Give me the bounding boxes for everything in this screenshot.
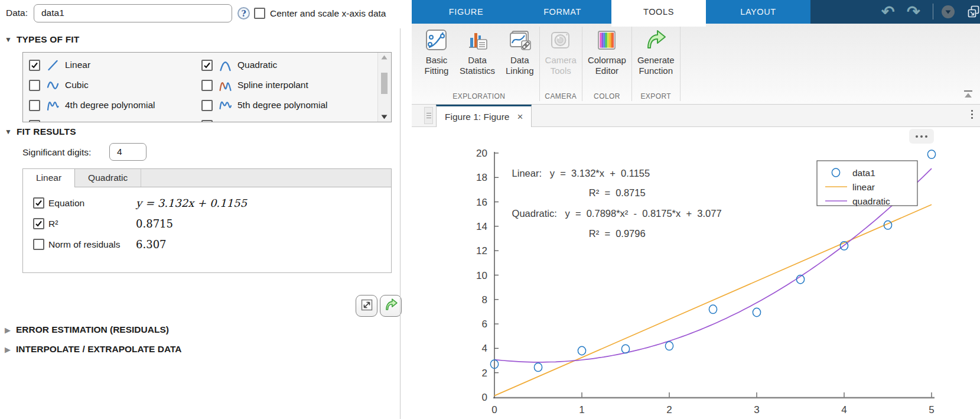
basic-fitting-button[interactable]: BasicFitting bbox=[419, 27, 454, 76]
results-tab-linear[interactable]: Linear bbox=[23, 169, 75, 187]
result-value: y = 3.132x + 0.1155 bbox=[136, 197, 247, 209]
data1-data-point[interactable] bbox=[753, 308, 760, 316]
dataset-dropdown[interactable]: data1 bbox=[34, 4, 232, 22]
data1-data-point[interactable] bbox=[927, 150, 935, 158]
data-statistics-button[interactable]: DataStatistics bbox=[454, 27, 500, 76]
fit-type-checkbox-quadratic[interactable] bbox=[201, 60, 213, 71]
result-row-r: R²0.8715 bbox=[23, 213, 391, 234]
fit-type-checkbox-5th-degree-polynomial[interactable] bbox=[201, 100, 213, 111]
ribbon-group-caption: CAMERA bbox=[540, 92, 582, 104]
center-scale-label: Center and scale x-axis data bbox=[270, 8, 386, 19]
fit-type-checkbox-partial[interactable] bbox=[29, 120, 40, 123]
expand-results-button[interactable] bbox=[356, 295, 377, 317]
ribbon-button-label: GenerateFunction bbox=[637, 55, 675, 76]
section-header-error-estimation-residuals[interactable]: ▶ERROR ESTIMATION (RESIDUALS) bbox=[5, 324, 169, 335]
fit-type-checkbox-4th-degree-polynomial[interactable] bbox=[29, 100, 40, 111]
scroll-down-icon[interactable] bbox=[381, 115, 388, 119]
result-label: Equation bbox=[48, 198, 136, 209]
dataset-dropdown-value: data1 bbox=[41, 8, 64, 18]
colormap-editor-button[interactable]: ColormapEditor bbox=[582, 27, 631, 76]
fit-type-linear[interactable]: Linear bbox=[29, 55, 201, 75]
undock-icon[interactable] bbox=[966, 4, 980, 20]
data1-data-point[interactable] bbox=[621, 345, 629, 353]
ribbon-tab-layout[interactable]: LAYOUT bbox=[706, 0, 810, 24]
fit-results-panel: LinearQuadratic Equationy = 3.132x + 0.1… bbox=[22, 168, 392, 273]
fit-type-partial[interactable] bbox=[29, 115, 201, 122]
data1-data-point[interactable] bbox=[709, 305, 717, 313]
legend-label-quadratic: quadratic bbox=[852, 196, 890, 206]
fit-type-label: Linear bbox=[65, 60, 90, 70]
types-of-fit-header[interactable]: ▼ TYPES OF FIT bbox=[5, 34, 80, 45]
fit-type-checkbox-linear[interactable] bbox=[29, 60, 40, 71]
fit-type-label: 4th degree polynomial bbox=[65, 100, 155, 111]
panel-handle-icon[interactable] bbox=[424, 107, 433, 124]
fit-annotation: R² = 0.9796 bbox=[589, 228, 646, 239]
data-statistics-icon bbox=[465, 27, 490, 54]
fit-results-title: FIT RESULTS bbox=[17, 126, 76, 137]
colormap-editor-icon bbox=[594, 27, 619, 54]
data-linking-button[interactable]: DataLinking bbox=[500, 27, 539, 76]
fit-type-checkbox-cubic[interactable] bbox=[29, 80, 40, 91]
fit-results-tabs: LinearQuadratic bbox=[23, 169, 391, 187]
linear-fit-line[interactable] bbox=[494, 204, 932, 395]
result-checkbox-norm-of-residuals[interactable] bbox=[33, 239, 44, 250]
x-tick-label: 1 bbox=[579, 404, 584, 415]
data1-data-point[interactable] bbox=[578, 346, 585, 355]
section-header-interpolate-extrapolate-data[interactable]: ▶INTERPOLATE / EXTRAPOLATE DATA bbox=[5, 344, 181, 355]
x-tick-label: 4 bbox=[841, 404, 846, 415]
ribbon-tab-tools[interactable]: TOOLS bbox=[611, 0, 706, 27]
legend-label-data1: data1 bbox=[852, 168, 875, 178]
data1-data-point[interactable] bbox=[665, 342, 673, 350]
export-results-button[interactable] bbox=[380, 295, 402, 317]
ribbon-tab-format[interactable]: FORMAT bbox=[513, 0, 611, 24]
undo-icon[interactable]: ↶ bbox=[881, 2, 895, 22]
figure-tab[interactable]: Figure 1: Figure × bbox=[436, 105, 532, 127]
quadratic-fit-icon bbox=[218, 59, 232, 72]
help-icon[interactable]: ? bbox=[237, 7, 250, 20]
legend[interactable]: data1linearquadratic bbox=[817, 161, 917, 206]
fit-annotation: R² = 0.8715 bbox=[589, 187, 646, 198]
fit-type-quadratic[interactable]: Quadratic bbox=[201, 55, 375, 75]
fit-results-rows: Equationy = 3.132x + 0.1155R²0.8715Norm … bbox=[23, 187, 391, 255]
kebab-menu-icon[interactable] bbox=[971, 110, 973, 119]
ribbon-group-caption: EXPORT bbox=[632, 92, 680, 104]
x-tick-label: 3 bbox=[754, 404, 759, 415]
figure-tab-label: Figure 1: Figure bbox=[445, 112, 509, 122]
close-icon[interactable]: × bbox=[517, 112, 523, 122]
data1-data-point[interactable] bbox=[534, 363, 542, 371]
scroll-up-icon[interactable] bbox=[381, 55, 388, 60]
ribbon-group-camera: CameraToolsCAMERA bbox=[540, 24, 582, 104]
generate-function-button[interactable]: GenerateFunction bbox=[632, 27, 680, 76]
ribbon-body: BasicFittingDataStatisticsDataLinkingEXP… bbox=[412, 24, 980, 105]
fit-list-scrollbar[interactable] bbox=[377, 53, 391, 122]
ribbon-button-label: ColormapEditor bbox=[588, 55, 626, 76]
result-checkbox-equation[interactable] bbox=[33, 197, 44, 209]
collapse-ribbon-icon[interactable] bbox=[962, 89, 974, 99]
result-row-equation: Equationy = 3.132x + 0.1155 bbox=[23, 193, 391, 213]
fit-type-cubic[interactable]: Cubic bbox=[29, 75, 201, 95]
fit-results-header[interactable]: ▼ FIT RESULTS bbox=[5, 126, 76, 137]
fit-type-checkbox-spline-interpolant[interactable] bbox=[201, 80, 213, 91]
linear-fit-icon bbox=[45, 59, 60, 72]
fit-annotation: Quadratic: y = 0.7898*x² - 0.8175*x + 3.… bbox=[512, 208, 722, 219]
fit-type-spline-interpolant[interactable]: Spline interpolant bbox=[201, 75, 375, 95]
center-scale-checkbox[interactable] bbox=[254, 8, 265, 19]
data-linking-icon bbox=[507, 27, 532, 54]
fit-type-5th-degree-polynomial[interactable]: 5th degree polynomial bbox=[201, 95, 375, 115]
figure-window: ↶ ↷ FIGUREFORMATTOOLSLAYOUT BasicFitting… bbox=[412, 0, 980, 419]
scrollbar-thumb[interactable] bbox=[381, 73, 388, 94]
toolstrip-dropdown-icon[interactable] bbox=[942, 5, 955, 18]
y-tick-label: 0 bbox=[482, 392, 487, 403]
y-tick-label: 2 bbox=[482, 368, 487, 379]
cubic-fit-icon bbox=[45, 79, 60, 92]
significant-digits-dropdown[interactable]: 4 bbox=[109, 143, 146, 161]
fit-type-checkbox-partial[interactable] bbox=[201, 120, 213, 123]
basic-fitting-panel: Data: data1 ? Center and scale x-axis da… bbox=[0, 0, 411, 419]
redo-icon[interactable]: ↷ bbox=[907, 2, 920, 22]
ribbon-tab-figure[interactable]: FIGURE bbox=[419, 0, 513, 24]
fit-type-partial[interactable] bbox=[201, 115, 375, 122]
result-checkbox-r[interactable] bbox=[33, 218, 44, 229]
results-tab-quadratic[interactable]: Quadratic bbox=[75, 169, 141, 187]
axes-toolbar-button[interactable] bbox=[909, 129, 934, 144]
fit-type-4th-degree-polynomial[interactable]: 4th degree polynomial bbox=[29, 95, 201, 115]
